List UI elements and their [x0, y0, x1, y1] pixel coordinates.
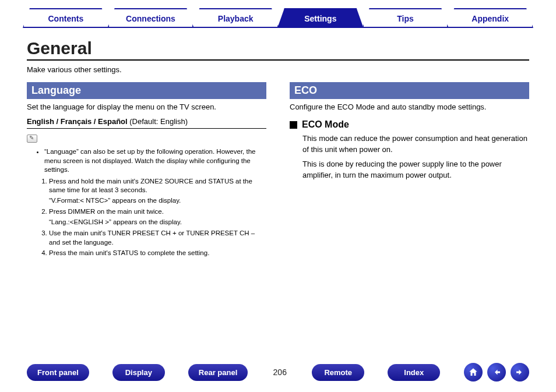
language-header: Language	[27, 82, 266, 99]
language-options: English / Français / Español (Default: E…	[27, 115, 266, 129]
page-number: 206	[271, 368, 288, 377]
step-1-after: “V.Format:< NTSC>” appears on the displa…	[49, 196, 266, 206]
right-column: ECO Configure the ECO Mode and auto stan…	[290, 82, 529, 260]
tab-connections[interactable]: Connections	[108, 8, 194, 28]
page-title: General	[27, 38, 529, 61]
step-2-after: “Lang.:<ENGLISH >” appears on the displa…	[49, 218, 266, 227]
tab-appendix[interactable]: Appendix	[447, 8, 533, 28]
eco-mode-body: This mode can reduce the power consumpti…	[290, 133, 529, 181]
step-1: Press and hold the main unit's ZONE2 SOU…	[49, 177, 266, 206]
tab-settings[interactable]: Settings	[277, 8, 364, 28]
step-2: Press DIMMER on the main unit twice. “La…	[49, 207, 266, 227]
display-button[interactable]: Display	[112, 364, 165, 381]
eco-para-1: This mode can reduce the power consumpti…	[302, 133, 529, 156]
prev-icon[interactable]	[487, 363, 506, 382]
eco-mode-subhead: ECO Mode	[302, 119, 349, 130]
index-button[interactable]: Index	[388, 364, 440, 381]
footer: Front panel Display Rear panel 206 Remot…	[0, 363, 556, 382]
eco-header: ECO	[290, 82, 529, 99]
note-intro: “Language” can also be set up by the fol…	[44, 147, 266, 175]
home-icon[interactable]	[464, 363, 483, 382]
language-desc: Set the language for display the menu on…	[27, 103, 266, 111]
step-3: Use the main unit's TUNER PRESET CH + or…	[49, 229, 266, 247]
front-panel-button[interactable]: Front panel	[27, 364, 89, 381]
page-subtitle: Make various other settings.	[27, 65, 529, 74]
remote-button[interactable]: Remote	[312, 364, 364, 381]
eco-para-2: This is done by reducing the power suppl…	[302, 159, 529, 181]
note-icon	[27, 135, 37, 143]
top-tabs: Contents Connections Playback Settings T…	[0, 0, 556, 28]
rear-panel-button[interactable]: Rear panel	[188, 364, 248, 381]
tab-tips[interactable]: Tips	[363, 8, 449, 28]
tab-contents[interactable]: Contents	[23, 8, 109, 28]
eco-desc: Configure the ECO Mode and auto standby …	[290, 103, 529, 111]
language-options-default: (Default: English)	[128, 117, 188, 126]
left-column: Language Set the language for display th…	[27, 82, 266, 260]
language-options-bold: English / Français / Español	[27, 117, 128, 126]
language-note: “Language” can also be set up by the fol…	[27, 147, 266, 258]
nav-icons	[464, 363, 529, 382]
step-4: Press the main unit's STATUS to complete…	[49, 249, 266, 258]
square-bullet-icon	[290, 121, 297, 129]
tab-playback[interactable]: Playback	[192, 8, 279, 28]
next-icon[interactable]	[511, 363, 529, 382]
